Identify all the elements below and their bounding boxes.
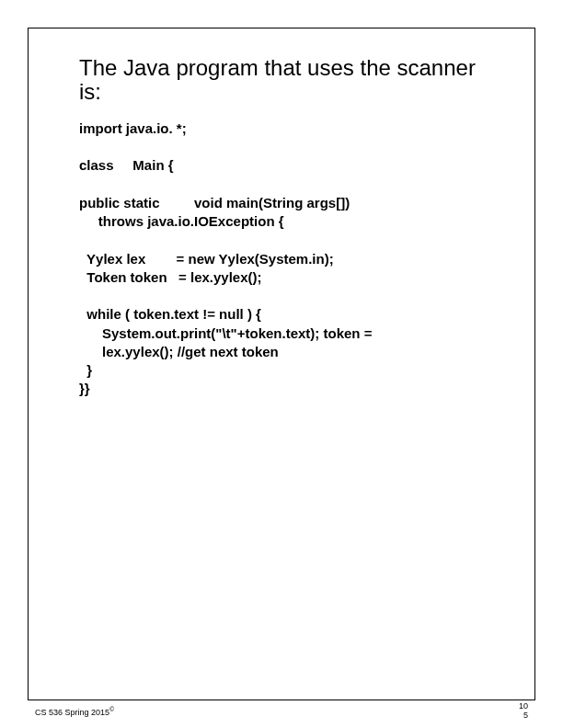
page-frame: The Java program that uses the scanner i… [28,28,535,700]
course-label: CS 536 Spring 2015 [35,708,109,717]
code-line: System.out.print("\t"+token.text); token… [79,325,372,341]
code-line: throws java.io.IOException { [79,213,284,229]
page-number-bottom: 5 [519,711,528,721]
code-block: import java.io. *; class Main { public s… [79,119,484,399]
code-line: while ( token.text != null ) { [79,306,261,322]
code-line: Token token = lex.yylex(); [79,269,262,285]
code-line: public static void main(String args[]) [79,195,350,210]
copyright-symbol: © [109,706,114,712]
content-area: The Java program that uses the scanner i… [29,28,534,408]
code-line: class Main { [79,157,174,173]
code-line: Yylex lex = new Yylex(System.in); [79,251,334,267]
page-title: The Java program that uses the scanner i… [79,56,484,105]
footer-course: CS 536 Spring 2015© [35,706,114,717]
code-line: import java.io. *; [79,120,187,136]
code-line: }} [79,381,90,396]
code-line: lex.yylex(); //get next token [79,344,279,359]
code-line: } [79,362,92,378]
footer-page-number: 10 5 [519,702,528,721]
